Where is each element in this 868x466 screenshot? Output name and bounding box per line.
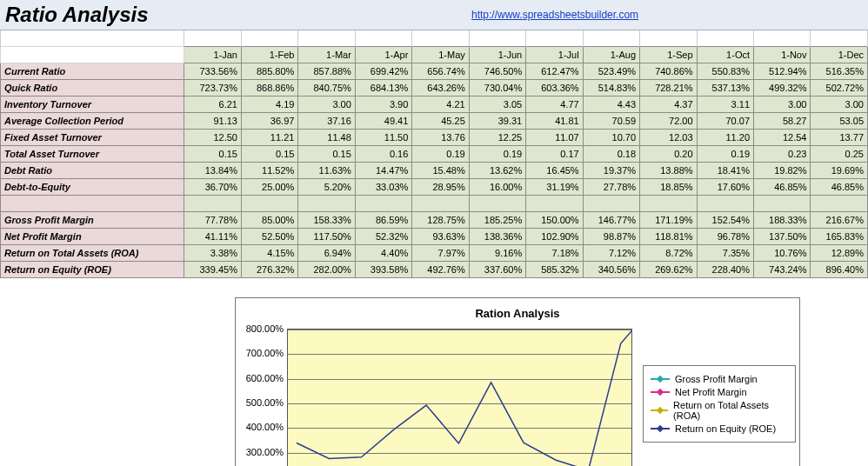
row-label: Debt Ratio bbox=[1, 163, 184, 179]
cell-value: 146.77% bbox=[583, 212, 639, 229]
cell-value: 102.90% bbox=[526, 229, 583, 245]
cell-value: 340.56% bbox=[583, 262, 639, 278]
cell-value: 0.23 bbox=[754, 146, 811, 163]
chart-y-tick: 300.00% bbox=[246, 447, 284, 457]
cell-value: 49.41 bbox=[355, 113, 411, 130]
cell-value: 0.19 bbox=[469, 146, 525, 163]
month-header: 1-Feb bbox=[241, 47, 297, 63]
cell-value: 85.00% bbox=[241, 212, 297, 229]
cell-value: 138.36% bbox=[469, 229, 525, 245]
cell-value: 523.49% bbox=[583, 63, 639, 80]
cell-value: 39.31 bbox=[469, 113, 525, 130]
month-header: 1-May bbox=[412, 47, 469, 63]
month-header: 1-Jun bbox=[469, 47, 525, 63]
cell-value: 11.07 bbox=[526, 130, 583, 146]
cell-value: 896.40% bbox=[811, 262, 868, 278]
row-label: Average Collection Period bbox=[1, 113, 184, 130]
row-label: Current Ratio bbox=[1, 63, 184, 80]
cell-value: 70.07 bbox=[697, 113, 753, 130]
cell-value: 840.75% bbox=[298, 80, 355, 97]
cell-value: 733.56% bbox=[184, 63, 241, 80]
cell-value: 12.54 bbox=[754, 130, 811, 146]
cell-value: 0.15 bbox=[184, 146, 241, 163]
month-header: 1-Jul bbox=[526, 47, 583, 63]
cell-value: 337.60% bbox=[469, 262, 525, 278]
cell-value: 158.33% bbox=[298, 212, 355, 229]
month-header: 1-Mar bbox=[298, 47, 355, 63]
cell-value: 499.32% bbox=[754, 80, 811, 97]
chart-y-tick: 700.00% bbox=[246, 348, 284, 358]
cell-value: 10.70 bbox=[583, 130, 639, 146]
chart-legend: Gross Profit MarginNet Profit MarginRetu… bbox=[643, 365, 796, 443]
cell-value: 502.72% bbox=[811, 80, 868, 97]
cell-value: 4.15% bbox=[241, 245, 297, 262]
cell-value: 98.87% bbox=[583, 229, 639, 245]
chart-y-tick: 500.00% bbox=[246, 397, 284, 408]
cell-value: 185.25% bbox=[469, 212, 525, 229]
cell-value: 128.75% bbox=[412, 212, 469, 229]
legend-item: Return on Equity (ROE) bbox=[651, 423, 788, 434]
cell-value: 46.85% bbox=[754, 179, 811, 196]
month-header: 1-Jan bbox=[184, 47, 241, 63]
cell-value: 9.16% bbox=[469, 245, 525, 262]
cell-value: 11.20 bbox=[697, 130, 753, 146]
cell-value: 0.19 bbox=[697, 146, 753, 163]
source-link[interactable]: http://www.spreadsheetsbuilder.com bbox=[471, 9, 638, 21]
cell-value: 37.16 bbox=[298, 113, 355, 130]
cell-value: 0.15 bbox=[298, 146, 355, 163]
month-header: 1-Apr bbox=[355, 47, 411, 63]
row-label: Return on Equity (ROE) bbox=[1, 262, 184, 278]
cell-value: 7.12% bbox=[583, 245, 639, 262]
table-row: Inventory Turnover6.214.193.003.904.213.… bbox=[1, 97, 868, 113]
cell-value: 16.45% bbox=[526, 163, 583, 179]
cell-value: 723.73% bbox=[184, 80, 241, 97]
cell-value: 216.67% bbox=[811, 212, 868, 229]
table-row: Fixed Asset Turnover12.5011.2111.4811.50… bbox=[1, 130, 868, 146]
cell-value: 0.25 bbox=[811, 146, 868, 163]
table-row: Debt Ratio13.84%11.52%11.63%14.47%15.48%… bbox=[1, 163, 868, 179]
cell-value: 19.82% bbox=[754, 163, 811, 179]
cell-value: 3.05 bbox=[469, 97, 525, 113]
table-row: Debt-to-Equity36.70%25.00%5.20%33.03%28.… bbox=[1, 179, 868, 196]
cell-value: 684.13% bbox=[355, 80, 411, 97]
cell-value: 4.43 bbox=[583, 97, 639, 113]
cell-value: 0.17 bbox=[526, 146, 583, 163]
month-header: 1-Dec bbox=[811, 47, 868, 63]
cell-value: 656.74% bbox=[412, 63, 469, 80]
cell-value: 743.24% bbox=[754, 262, 811, 278]
chart-plot-area bbox=[287, 329, 632, 466]
cell-value: 14.47% bbox=[355, 163, 411, 179]
cell-value: 228.40% bbox=[697, 262, 753, 278]
cell-value: 165.83% bbox=[811, 229, 868, 245]
cell-value: 4.40% bbox=[355, 245, 411, 262]
cell-value: 12.89% bbox=[811, 245, 868, 262]
cell-value: 12.03 bbox=[640, 130, 697, 146]
cell-value: 171.19% bbox=[640, 212, 697, 229]
cell-value: 12.25 bbox=[469, 130, 525, 146]
cell-value: 13.88% bbox=[640, 163, 697, 179]
table-row: Return on Total Assets (ROA)3.38%4.15%6.… bbox=[1, 245, 868, 262]
table-row: Gross Profit Margin77.78%85.00%158.33%86… bbox=[1, 212, 868, 229]
cell-value: 36.97 bbox=[241, 113, 297, 130]
cell-value: 514.83% bbox=[583, 80, 639, 97]
cell-value: 4.37 bbox=[640, 97, 697, 113]
cell-value: 269.62% bbox=[640, 262, 697, 278]
row-label: Gross Profit Margin bbox=[1, 212, 184, 229]
cell-value: 6.94% bbox=[298, 245, 355, 262]
cell-value: 25.00% bbox=[241, 179, 297, 196]
month-header: 1-Nov bbox=[754, 47, 811, 63]
cell-value: 16.00% bbox=[469, 179, 525, 196]
cell-value: 93.63% bbox=[412, 229, 469, 245]
cell-value: 0.15 bbox=[241, 146, 297, 163]
cell-value: 86.59% bbox=[355, 212, 411, 229]
cell-value: 53.05 bbox=[811, 113, 868, 130]
cell-value: 730.04% bbox=[469, 80, 525, 97]
cell-value: 276.32% bbox=[241, 262, 297, 278]
row-label: Debt-to-Equity bbox=[1, 179, 184, 196]
cell-value: 13.84% bbox=[184, 163, 241, 179]
legend-item: Return on Total Assets (ROA) bbox=[651, 400, 788, 421]
cell-value: 11.48 bbox=[298, 130, 355, 146]
cell-value: 868.86% bbox=[241, 80, 297, 97]
cell-value: 3.11 bbox=[697, 97, 753, 113]
chart-y-tick: 400.00% bbox=[246, 422, 284, 432]
